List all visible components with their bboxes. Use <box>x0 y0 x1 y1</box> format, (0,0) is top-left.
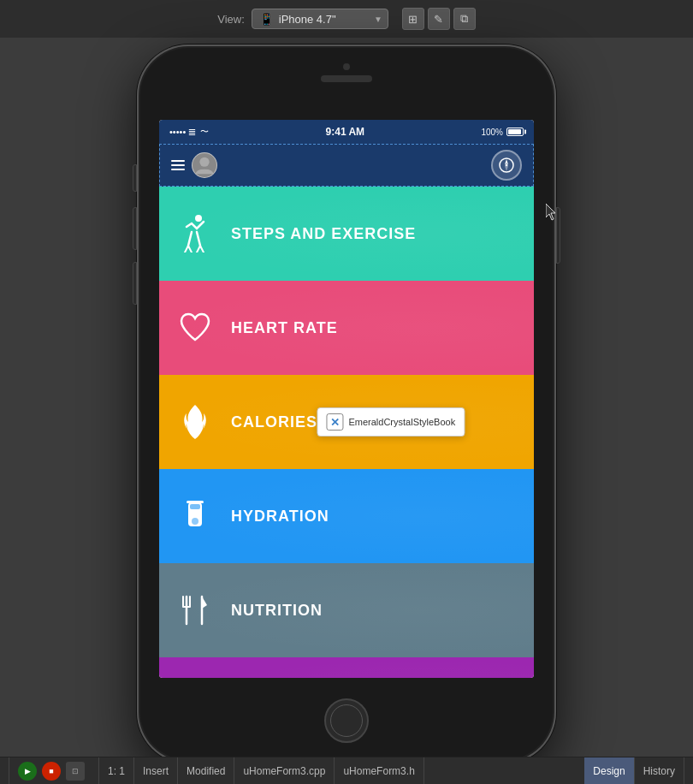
camera <box>343 63 350 70</box>
dropdown-text: iPhone 4.7" <box>279 13 336 26</box>
modified-status: Modified <box>187 765 225 777</box>
iphone-frame: ••••• 𝌆 〜 9:41 AM 100% <box>137 45 556 763</box>
svg-rect-9 <box>187 501 204 503</box>
top-toolbar: View: 📱 iPhone 4.7" ▼ ⊞ ✎ ⧉ <box>0 0 693 38</box>
hamburger-line-1 <box>171 160 185 162</box>
popup-close-icon[interactable]: ✕ <box>326 413 343 431</box>
steps-icon <box>176 215 214 252</box>
svg-point-4 <box>506 164 508 167</box>
cursor-position: 1: 1 <box>108 765 125 777</box>
nav-avatar[interactable] <box>192 152 217 178</box>
status-left: ••••• 𝌆 〜 <box>169 126 209 138</box>
nav-bar <box>159 144 534 187</box>
status-time: 9:41 AM <box>326 126 365 138</box>
heart-label: HEART RATE <box>231 319 338 337</box>
svg-marker-2 <box>505 159 508 164</box>
hamburger-line-2 <box>171 164 185 166</box>
build-button[interactable]: ⊡ <box>66 762 85 781</box>
speaker <box>321 75 372 82</box>
battery-percent: 100% <box>481 128 503 137</box>
menu-item-calories[interactable]: CALORIES ✕ EmeraldCrystalStyleBook <box>159 375 534 469</box>
volume-down-button[interactable] <box>133 262 137 305</box>
status-bar: ••••• 𝌆 〜 9:41 AM 100% <box>159 120 534 144</box>
nav-compass-button[interactable] <box>491 150 522 181</box>
svg-point-8 <box>192 518 198 525</box>
menu-item-nutrition[interactable]: NUTRITION <box>159 563 534 657</box>
phone-icon: 📱 <box>259 12 274 26</box>
view-dropdown[interactable]: 📱 iPhone 4.7" ▼ <box>252 9 388 29</box>
toolbar-btn-1[interactable]: ⊞ <box>402 8 424 30</box>
design-tab-label: Design <box>593 765 625 777</box>
toolbar-icons: ⊞ ✎ ⧉ <box>402 8 476 30</box>
run-btn-segment: ▶ ■ ⊡ <box>9 757 99 784</box>
file2-segment[interactable]: uHomeForm3.h <box>335 757 424 784</box>
file1-segment[interactable]: uHomeForm3.cpp <box>234 757 335 784</box>
toolbar-btn-3[interactable]: ⧉ <box>453 8 476 30</box>
heart-icon <box>176 309 214 347</box>
sleep-bg <box>159 657 534 678</box>
svg-rect-7 <box>190 504 200 509</box>
run-button[interactable]: ▶ <box>18 762 37 781</box>
battery-icon <box>506 128 524 136</box>
battery-fill <box>508 129 521 134</box>
menu-item-heart[interactable]: HEART RATE <box>159 281 534 375</box>
signal-dots: ••••• <box>169 127 186 137</box>
carrier: 〜 <box>200 126 209 138</box>
power-button[interactable] <box>556 207 560 264</box>
nav-left <box>171 152 217 178</box>
steps-label: STEPS AND EXERCISE <box>231 225 416 243</box>
iphone-screen: ••••• 𝌆 〜 9:41 AM 100% <box>159 120 534 678</box>
menu-item-steps[interactable]: STEPS AND EXERCISE <box>159 187 534 281</box>
calories-label: CALORIES <box>231 413 317 431</box>
iphone-container: ••••• 𝌆 〜 9:41 AM 100% <box>137 45 556 763</box>
volume-up-button[interactable] <box>133 207 137 250</box>
heart-bg <box>159 281 534 375</box>
history-tab[interactable]: History <box>635 757 684 784</box>
history-tab-label: History <box>643 765 675 777</box>
file1-name: uHomeForm3.cpp <box>243 765 325 777</box>
editor-mode: Insert <box>143 765 169 777</box>
design-tab[interactable]: Design <box>584 757 634 784</box>
chevron-down-icon: ▼ <box>374 15 382 24</box>
calories-icon <box>176 403 214 441</box>
menu-item-sleep[interactable]: SLEEP <box>159 657 534 678</box>
position-segment: 1: 1 <box>99 757 134 784</box>
calories-popup[interactable]: ✕ EmeraldCrystalStyleBook <box>317 407 465 437</box>
hydration-label: HYDRATION <box>231 508 329 526</box>
nutrition-label: NUTRITION <box>231 602 323 620</box>
nutrition-icon <box>176 591 214 629</box>
status-right: 100% <box>481 128 524 137</box>
toolbar-btn-2[interactable]: ✎ <box>428 8 450 30</box>
menu-item-hydration[interactable]: HYDRATION <box>159 469 534 563</box>
nutrition-bg <box>159 563 534 657</box>
popup-text: EmeraldCrystalStyleBook <box>348 417 455 427</box>
bottom-status-bar: ▶ ■ ⊡ 1: 1 Insert Modified uHomeForm3.cp… <box>0 757 693 784</box>
svg-marker-3 <box>505 166 508 171</box>
mode-segment: Insert <box>134 757 178 784</box>
file2-name: uHomeForm3.h <box>343 765 414 777</box>
modified-segment: Modified <box>178 757 234 784</box>
home-button[interactable] <box>324 698 369 743</box>
wifi-icon: 𝌆 <box>188 128 196 137</box>
hydration-bg <box>159 469 534 563</box>
hamburger-menu-icon[interactable] <box>171 160 185 170</box>
svg-point-5 <box>195 215 202 222</box>
home-button-inner <box>330 704 363 737</box>
iphone-top-decoration <box>321 63 372 82</box>
svg-point-0 <box>199 157 209 167</box>
view-label: View: <box>217 13 245 26</box>
mute-button[interactable] <box>133 164 137 192</box>
hydration-icon <box>176 497 214 535</box>
hamburger-line-3 <box>171 169 185 170</box>
battery-tip <box>524 130 526 134</box>
stop-button[interactable]: ■ <box>42 762 61 781</box>
